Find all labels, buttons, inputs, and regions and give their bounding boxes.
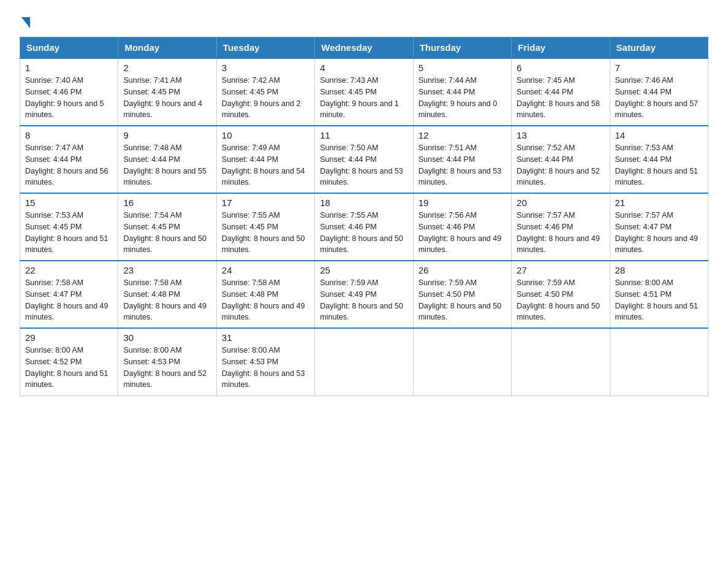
day-cell: 22 Sunrise: 7:58 AM Sunset: 4:47 PM Dayl… xyxy=(20,261,118,328)
day-number: 20 xyxy=(517,197,604,208)
week-row-5: 29 Sunrise: 8:00 AM Sunset: 4:52 PM Dayl… xyxy=(20,328,708,396)
day-number: 1 xyxy=(25,63,113,73)
day-info: Sunrise: 8:00 AM Sunset: 4:53 PM Dayligh… xyxy=(123,345,211,391)
day-cell: 18 Sunrise: 7:55 AM Sunset: 4:46 PM Dayl… xyxy=(315,193,413,261)
day-number: 14 xyxy=(615,130,703,140)
day-info: Sunrise: 7:57 AM Sunset: 4:47 PM Dayligh… xyxy=(615,210,703,256)
header-thursday: Thursday xyxy=(413,37,511,59)
day-number: 17 xyxy=(222,197,309,208)
day-info: Sunrise: 7:56 AM Sunset: 4:46 PM Dayligh… xyxy=(419,210,506,256)
day-info: Sunrise: 7:54 AM Sunset: 4:45 PM Dayligh… xyxy=(123,210,211,256)
logo-arrow-icon xyxy=(21,17,30,28)
day-number: 6 xyxy=(517,63,604,73)
day-info: Sunrise: 8:00 AM Sunset: 4:52 PM Dayligh… xyxy=(25,345,113,391)
day-cell: 24 Sunrise: 7:58 AM Sunset: 4:48 PM Dayl… xyxy=(216,261,314,328)
day-number: 4 xyxy=(320,63,408,73)
day-info: Sunrise: 7:48 AM Sunset: 4:44 PM Dayligh… xyxy=(123,142,211,188)
day-number: 5 xyxy=(419,63,506,73)
day-info: Sunrise: 7:40 AM Sunset: 4:46 PM Dayligh… xyxy=(25,75,113,121)
day-number: 19 xyxy=(419,197,506,208)
day-number: 22 xyxy=(25,265,113,275)
week-row-3: 15 Sunrise: 7:53 AM Sunset: 4:45 PM Dayl… xyxy=(20,193,708,261)
day-cell: 30 Sunrise: 8:00 AM Sunset: 4:53 PM Dayl… xyxy=(118,328,216,396)
day-info: Sunrise: 7:50 AM Sunset: 4:44 PM Dayligh… xyxy=(320,142,408,188)
day-number: 21 xyxy=(615,197,703,208)
day-info: Sunrise: 7:58 AM Sunset: 4:48 PM Dayligh… xyxy=(123,277,211,323)
day-number: 16 xyxy=(123,197,211,208)
day-cell: 8 Sunrise: 7:47 AM Sunset: 4:44 PM Dayli… xyxy=(20,126,118,193)
week-row-2: 8 Sunrise: 7:47 AM Sunset: 4:44 PM Dayli… xyxy=(20,126,708,193)
day-number: 3 xyxy=(222,63,309,73)
day-cell: 29 Sunrise: 8:00 AM Sunset: 4:52 PM Dayl… xyxy=(20,328,118,396)
day-cell: 7 Sunrise: 7:46 AM Sunset: 4:44 PM Dayli… xyxy=(610,58,708,126)
day-cell: 11 Sunrise: 7:50 AM Sunset: 4:44 PM Dayl… xyxy=(315,126,413,193)
day-cell: 5 Sunrise: 7:44 AM Sunset: 4:44 PM Dayli… xyxy=(413,58,511,126)
day-cell xyxy=(315,328,413,396)
day-number: 8 xyxy=(25,130,113,140)
day-number: 31 xyxy=(222,332,309,343)
day-info: Sunrise: 7:58 AM Sunset: 4:47 PM Dayligh… xyxy=(25,277,113,323)
day-info: Sunrise: 8:00 AM Sunset: 4:53 PM Dayligh… xyxy=(222,345,309,391)
day-cell: 15 Sunrise: 7:53 AM Sunset: 4:45 PM Dayl… xyxy=(20,193,118,261)
day-number: 24 xyxy=(222,265,309,275)
day-info: Sunrise: 7:41 AM Sunset: 4:45 PM Dayligh… xyxy=(123,75,211,121)
day-cell: 27 Sunrise: 7:59 AM Sunset: 4:50 PM Dayl… xyxy=(512,261,610,328)
day-info: Sunrise: 7:51 AM Sunset: 4:44 PM Dayligh… xyxy=(419,142,506,188)
day-info: Sunrise: 7:49 AM Sunset: 4:44 PM Dayligh… xyxy=(222,142,309,188)
day-cell: 31 Sunrise: 8:00 AM Sunset: 4:53 PM Dayl… xyxy=(216,328,314,396)
day-info: Sunrise: 7:57 AM Sunset: 4:46 PM Dayligh… xyxy=(517,210,604,256)
header-tuesday: Tuesday xyxy=(216,37,314,59)
day-cell: 3 Sunrise: 7:42 AM Sunset: 4:45 PM Dayli… xyxy=(216,58,314,126)
day-cell xyxy=(413,328,511,396)
day-cell: 10 Sunrise: 7:49 AM Sunset: 4:44 PM Dayl… xyxy=(216,126,314,193)
day-info: Sunrise: 7:55 AM Sunset: 4:45 PM Dayligh… xyxy=(222,210,309,256)
day-cell: 6 Sunrise: 7:45 AM Sunset: 4:44 PM Dayli… xyxy=(512,58,610,126)
week-row-4: 22 Sunrise: 7:58 AM Sunset: 4:47 PM Dayl… xyxy=(20,261,708,328)
day-cell: 20 Sunrise: 7:57 AM Sunset: 4:46 PM Dayl… xyxy=(512,193,610,261)
day-info: Sunrise: 7:43 AM Sunset: 4:45 PM Dayligh… xyxy=(320,75,408,121)
day-number: 23 xyxy=(123,265,211,275)
day-info: Sunrise: 7:53 AM Sunset: 4:44 PM Dayligh… xyxy=(615,142,703,188)
header-saturday: Saturday xyxy=(610,37,708,59)
logo xyxy=(20,15,30,26)
day-info: Sunrise: 7:42 AM Sunset: 4:45 PM Dayligh… xyxy=(222,75,309,121)
day-cell xyxy=(512,328,610,396)
calendar-table: SundayMondayTuesdayWednesdayThursdayFrid… xyxy=(20,37,708,396)
day-info: Sunrise: 7:59 AM Sunset: 4:49 PM Dayligh… xyxy=(320,277,408,323)
day-cell: 14 Sunrise: 7:53 AM Sunset: 4:44 PM Dayl… xyxy=(610,126,708,193)
calendar-header-row: SundayMondayTuesdayWednesdayThursdayFrid… xyxy=(20,37,708,59)
day-info: Sunrise: 7:45 AM Sunset: 4:44 PM Dayligh… xyxy=(517,75,604,121)
day-number: 25 xyxy=(320,265,408,275)
day-number: 2 xyxy=(123,63,211,73)
day-number: 28 xyxy=(615,265,703,275)
day-info: Sunrise: 7:59 AM Sunset: 4:50 PM Dayligh… xyxy=(517,277,604,323)
header-sunday: Sunday xyxy=(20,37,118,59)
day-number: 13 xyxy=(517,130,604,140)
day-number: 29 xyxy=(25,332,113,343)
day-number: 9 xyxy=(123,130,211,140)
day-info: Sunrise: 7:58 AM Sunset: 4:48 PM Dayligh… xyxy=(222,277,309,323)
day-info: Sunrise: 7:44 AM Sunset: 4:44 PM Dayligh… xyxy=(419,75,506,121)
page-header xyxy=(20,15,708,26)
day-number: 12 xyxy=(419,130,506,140)
day-info: Sunrise: 7:59 AM Sunset: 4:50 PM Dayligh… xyxy=(419,277,506,323)
day-number: 10 xyxy=(222,130,309,140)
day-cell: 1 Sunrise: 7:40 AM Sunset: 4:46 PM Dayli… xyxy=(20,58,118,126)
day-info: Sunrise: 7:46 AM Sunset: 4:44 PM Dayligh… xyxy=(615,75,703,121)
day-number: 30 xyxy=(123,332,211,343)
day-cell: 13 Sunrise: 7:52 AM Sunset: 4:44 PM Dayl… xyxy=(512,126,610,193)
day-info: Sunrise: 7:55 AM Sunset: 4:46 PM Dayligh… xyxy=(320,210,408,256)
week-row-1: 1 Sunrise: 7:40 AM Sunset: 4:46 PM Dayli… xyxy=(20,58,708,126)
day-cell: 23 Sunrise: 7:58 AM Sunset: 4:48 PM Dayl… xyxy=(118,261,216,328)
day-cell: 17 Sunrise: 7:55 AM Sunset: 4:45 PM Dayl… xyxy=(216,193,314,261)
day-number: 27 xyxy=(517,265,604,275)
day-cell: 4 Sunrise: 7:43 AM Sunset: 4:45 PM Dayli… xyxy=(315,58,413,126)
day-cell: 19 Sunrise: 7:56 AM Sunset: 4:46 PM Dayl… xyxy=(413,193,511,261)
day-cell: 16 Sunrise: 7:54 AM Sunset: 4:45 PM Dayl… xyxy=(118,193,216,261)
logo-top xyxy=(20,15,30,28)
day-number: 7 xyxy=(615,63,703,73)
header-wednesday: Wednesday xyxy=(315,37,413,59)
day-info: Sunrise: 7:53 AM Sunset: 4:45 PM Dayligh… xyxy=(25,210,113,256)
day-cell xyxy=(610,328,708,396)
day-number: 11 xyxy=(320,130,408,140)
